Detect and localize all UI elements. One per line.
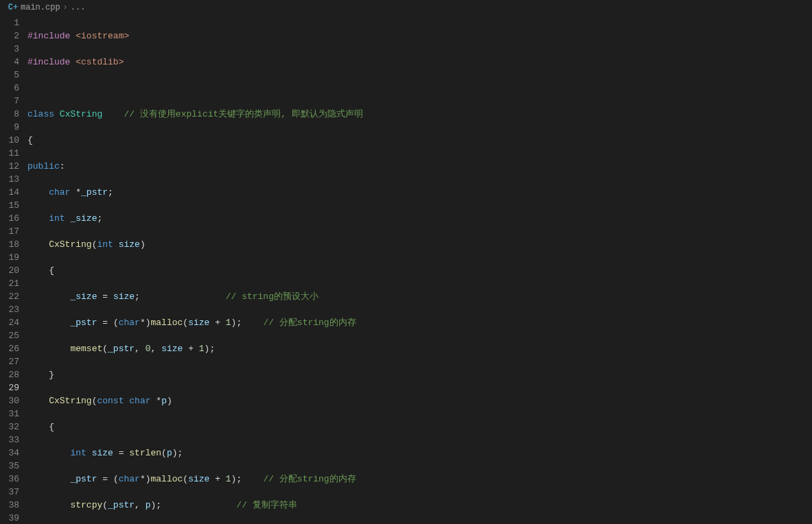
line-number-gutter: 1234567891011121314151617181920212223242…: [0, 15, 27, 524]
variable: _size: [70, 213, 97, 224]
line-number: 8: [0, 108, 19, 121]
line-number: 32: [0, 420, 19, 433]
code-line[interactable]: _size = size; // string的预设大小: [27, 290, 808, 303]
keyword: char: [49, 187, 70, 198]
code-line[interactable]: CxString(int size): [27, 238, 808, 251]
line-number: 7: [0, 95, 19, 108]
code-line[interactable]: int size = strlen(p);: [27, 446, 808, 460]
line-number: 33: [0, 433, 19, 446]
variable: _pstr: [81, 187, 108, 198]
breadcrumb[interactable]: C+ main.cpp › ...: [0, 0, 812, 15]
line-number: 30: [0, 394, 19, 407]
include-path: <iostream>: [70, 31, 129, 41]
constructor: CxString: [49, 396, 91, 406]
comment: // string的预设大小: [226, 291, 318, 302]
line-number: 1: [0, 16, 19, 29]
code-line[interactable]: [27, 82, 808, 95]
keyword: int: [49, 213, 65, 224]
cpp-file-icon: C+: [8, 3, 18, 12]
breadcrumb-rest[interactable]: ...: [71, 3, 86, 12]
keyword: char: [119, 474, 140, 484]
variable: p: [146, 500, 151, 510]
code-line[interactable]: CxString(const char *p): [27, 394, 808, 407]
line-number: 27: [0, 355, 19, 368]
comment: // 分配string的内存: [263, 474, 356, 484]
preprocessor: #include: [27, 31, 70, 41]
function-call: strlen: [129, 448, 161, 458]
preprocessor: #include: [27, 57, 70, 67]
number: 1: [199, 344, 205, 354]
comment: // 分配string的内存: [263, 318, 356, 328]
code-line[interactable]: _pstr = (char*)malloc(size + 1); // 分配st…: [27, 316, 808, 329]
keyword: char: [119, 318, 140, 328]
line-number: 37: [0, 486, 19, 499]
code-line[interactable]: class CxString // 没有使用explicit关键字的类声明, 即…: [27, 108, 808, 121]
number: 1: [226, 474, 231, 484]
function-call: memset: [70, 344, 102, 354]
code-line[interactable]: _pstr = (char*)malloc(size + 1); // 分配st…: [27, 473, 808, 486]
line-number: 26: [0, 342, 19, 355]
code-line[interactable]: {: [27, 134, 808, 147]
keyword: int: [97, 239, 113, 250]
line-number: 31: [0, 407, 19, 420]
line-number: 21: [0, 277, 19, 290]
line-number: 19: [0, 251, 19, 264]
variable: _pstr: [108, 500, 135, 510]
breadcrumb-file[interactable]: main.cpp: [21, 3, 60, 12]
comment: // 复制字符串: [236, 500, 297, 510]
code-line[interactable]: #include <iostream>: [27, 29, 808, 43]
minimap[interactable]: [808, 15, 812, 524]
code-line[interactable]: #include <cstdlib>: [27, 56, 808, 69]
line-number: 16: [0, 212, 19, 225]
code-line[interactable]: {: [27, 264, 808, 277]
variable: size: [113, 291, 135, 302]
line-number: 14: [0, 186, 19, 199]
code-line[interactable]: {: [27, 420, 808, 433]
function-call: malloc: [151, 474, 183, 484]
variable: size: [161, 344, 183, 354]
line-number: 3: [0, 43, 19, 56]
line-number: 28: [0, 368, 19, 381]
line-number: 36: [0, 473, 19, 486]
type-name: CxString: [60, 109, 102, 119]
variable: size: [92, 448, 113, 458]
code-editor[interactable]: 1234567891011121314151617181920212223242…: [0, 15, 812, 524]
line-number: 17: [0, 225, 19, 238]
line-number: 24: [0, 316, 19, 329]
line-number: 22: [0, 290, 19, 303]
number: 1: [226, 318, 231, 328]
line-number: 11: [0, 147, 19, 160]
variable: size: [188, 474, 209, 484]
line-number: 20: [0, 264, 19, 277]
line-number: 13: [0, 173, 19, 186]
code-line[interactable]: }: [27, 368, 808, 381]
code-line[interactable]: char *_pstr;: [27, 186, 808, 199]
variable: _size: [70, 291, 97, 302]
line-number: 4: [0, 56, 19, 69]
code-line[interactable]: memset(_pstr, 0, size + 1);: [27, 342, 808, 355]
keyword: const: [97, 396, 124, 406]
line-number: 39: [0, 512, 19, 524]
constructor: CxString: [49, 239, 91, 250]
line-number: 23: [0, 303, 19, 316]
keyword: public: [27, 161, 60, 171]
line-number: 38: [0, 499, 19, 512]
parameter: size: [119, 239, 140, 250]
line-number: 35: [0, 460, 19, 473]
line-number: 25: [0, 329, 19, 342]
keyword: int: [70, 448, 86, 458]
comment: // 没有使用explicit关键字的类声明, 即默认为隐式声明: [124, 109, 362, 119]
variable: _pstr: [70, 318, 97, 328]
code-area[interactable]: #include <iostream> #include <cstdlib> c…: [27, 15, 808, 524]
code-line[interactable]: strcpy(_pstr, p); // 复制字符串: [27, 499, 808, 512]
code-line[interactable]: public:: [27, 160, 808, 173]
keyword: char: [129, 396, 150, 406]
variable: _pstr: [108, 344, 135, 354]
line-number: 15: [0, 199, 19, 212]
line-number: 6: [0, 82, 19, 95]
line-number: 2: [0, 29, 19, 43]
line-number: 9: [0, 121, 19, 134]
function-call: malloc: [151, 318, 183, 328]
code-line[interactable]: int _size;: [27, 212, 808, 225]
parameter: p: [161, 396, 167, 406]
